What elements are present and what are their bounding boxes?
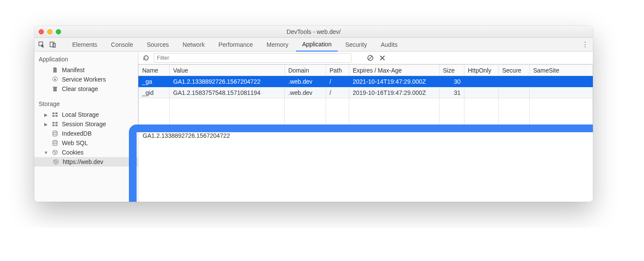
tab-performance[interactable]: Performance	[212, 38, 259, 52]
cell-expires: 2019-10-16T19:47:29.000Z	[349, 87, 440, 98]
svg-rect-10	[52, 122, 55, 124]
cell-size: 30	[440, 76, 464, 87]
sidebar-heading-storage: Storage	[34, 99, 138, 110]
svg-point-3	[54, 79, 56, 80]
devtools-tabs: Elements Console Sources Network Perform…	[34, 38, 593, 52]
cookies-table: Name Value Domain Path Expires / Max-Age…	[138, 64, 593, 128]
col-size[interactable]: Size	[440, 65, 464, 76]
tab-network[interactable]: Network	[177, 38, 211, 52]
col-domain[interactable]: Domain	[285, 65, 326, 76]
cell-name: _gid	[139, 87, 170, 98]
tab-sources[interactable]: Sources	[141, 38, 175, 52]
cell-domain: .web.dev	[285, 76, 326, 87]
sidebar-item-label: Local Storage	[62, 111, 99, 118]
delete-selected-icon[interactable]	[378, 54, 387, 62]
cell-samesite	[530, 76, 593, 87]
svg-rect-12	[52, 124, 55, 126]
table-row[interactable]: _ga GA1.2.1338892726.1567204722 .web.dev…	[139, 76, 593, 87]
sidebar-item-service-workers[interactable]: Service Workers	[34, 75, 138, 84]
sidebar-heading-application: Application	[34, 54, 138, 65]
svg-rect-7	[55, 112, 58, 114]
sidebar-item-session-storage[interactable]: ▶ Session Storage	[34, 119, 138, 129]
sidebar-item-websql[interactable]: Web SQL	[34, 138, 138, 148]
sidebar-item-label: Cookies	[62, 149, 84, 156]
cell-httponly	[464, 87, 499, 98]
cookie-icon	[52, 149, 58, 156]
sidebar-item-label: IndexedDB	[62, 130, 92, 137]
cell-domain: .web.dev	[285, 87, 326, 98]
sidebar-item-clear-storage[interactable]: Clear storage	[34, 84, 138, 94]
svg-point-18	[55, 152, 56, 152]
db-icon	[52, 130, 58, 137]
cell-size: 31	[440, 87, 464, 98]
preview-value: GA1.2.1338892726.1567204722	[143, 132, 230, 139]
svg-point-14	[53, 131, 57, 133]
sidebar-item-label: Clear storage	[62, 85, 98, 92]
sidebar-item-label: https://web.dev	[63, 158, 103, 165]
col-secure[interactable]: Secure	[499, 65, 530, 76]
chevron-down-icon: ▼	[44, 150, 48, 155]
grid-icon	[52, 121, 58, 127]
tab-security[interactable]: Security	[339, 38, 373, 52]
more-menu-icon[interactable]: ⋮	[580, 40, 590, 49]
svg-point-17	[54, 151, 55, 152]
col-httponly[interactable]: HttpOnly	[464, 65, 499, 76]
sidebar-item-label: Manifest	[62, 67, 85, 73]
cookies-toolbar	[138, 52, 593, 64]
svg-rect-8	[52, 115, 55, 117]
svg-point-15	[53, 140, 57, 142]
sidebar-item-label: Session Storage	[62, 121, 106, 127]
cell-httponly	[464, 76, 499, 87]
sidebar-item-local-storage[interactable]: ▶ Local Storage	[34, 110, 138, 119]
col-expires[interactable]: Expires / Max-Age	[349, 65, 440, 76]
svg-point-22	[56, 161, 57, 162]
clear-all-icon[interactable]	[366, 54, 375, 62]
svg-point-20	[54, 160, 58, 164]
svg-rect-4	[53, 88, 57, 91]
col-samesite[interactable]: SameSite	[530, 65, 593, 76]
cookie-value-preview: GA1.2.1338892726.1567204722	[138, 128, 593, 202]
cell-samesite	[530, 87, 593, 98]
table-header-row: Name Value Domain Path Expires / Max-Age…	[139, 65, 593, 76]
cell-secure	[499, 87, 530, 98]
tab-memory[interactable]: Memory	[261, 38, 295, 52]
svg-rect-6	[52, 112, 55, 114]
tab-elements[interactable]: Elements	[66, 38, 103, 52]
device-toggle-icon[interactable]	[48, 40, 58, 49]
svg-point-19	[55, 153, 55, 154]
tab-application[interactable]: Application	[296, 38, 338, 52]
svg-rect-1	[50, 42, 54, 47]
col-path[interactable]: Path	[326, 65, 349, 76]
cookies-panel: Name Value Domain Path Expires / Max-Age…	[138, 52, 593, 202]
sidebar-item-label: Service Workers	[62, 76, 106, 83]
col-value[interactable]: Value	[170, 65, 285, 76]
cell-expires: 2021-10-14T19:47:29.000Z	[349, 76, 440, 87]
sidebar-item-indexeddb[interactable]: IndexedDB	[34, 129, 138, 138]
cookie-icon	[52, 158, 59, 165]
svg-rect-5	[53, 87, 57, 88]
reload-icon[interactable]	[142, 54, 150, 62]
inspect-icon[interactable]	[37, 40, 46, 49]
cell-name: _ga	[139, 76, 170, 87]
gear-icon	[52, 76, 58, 83]
file-icon	[52, 67, 58, 73]
svg-point-21	[55, 161, 55, 161]
sidebar-item-cookies-origin[interactable]: https://web.dev	[34, 157, 138, 167]
filter-input[interactable]	[154, 53, 351, 63]
cell-path: /	[326, 76, 349, 87]
table-row[interactable]: _gid GA1.2.1583757548.1571081194 .web.de…	[139, 87, 593, 98]
tab-audits[interactable]: Audits	[375, 38, 403, 52]
sidebar-item-label: Web SQL	[62, 140, 88, 146]
sidebar-item-manifest[interactable]: Manifest	[34, 65, 138, 75]
chevron-right-icon: ▶	[44, 112, 48, 117]
chevron-right-icon: ▶	[44, 122, 48, 127]
col-name[interactable]: Name	[139, 65, 170, 76]
titlebar: DevTools - web.dev/	[34, 26, 593, 38]
svg-point-16	[53, 150, 58, 155]
tab-console[interactable]: Console	[105, 38, 139, 52]
db-icon	[52, 140, 58, 146]
sidebar-item-cookies[interactable]: ▼ Cookies	[34, 148, 138, 157]
application-sidebar: Application Manifest Service Workers Cle…	[34, 52, 138, 202]
svg-rect-13	[55, 124, 58, 126]
svg-point-23	[55, 162, 56, 163]
